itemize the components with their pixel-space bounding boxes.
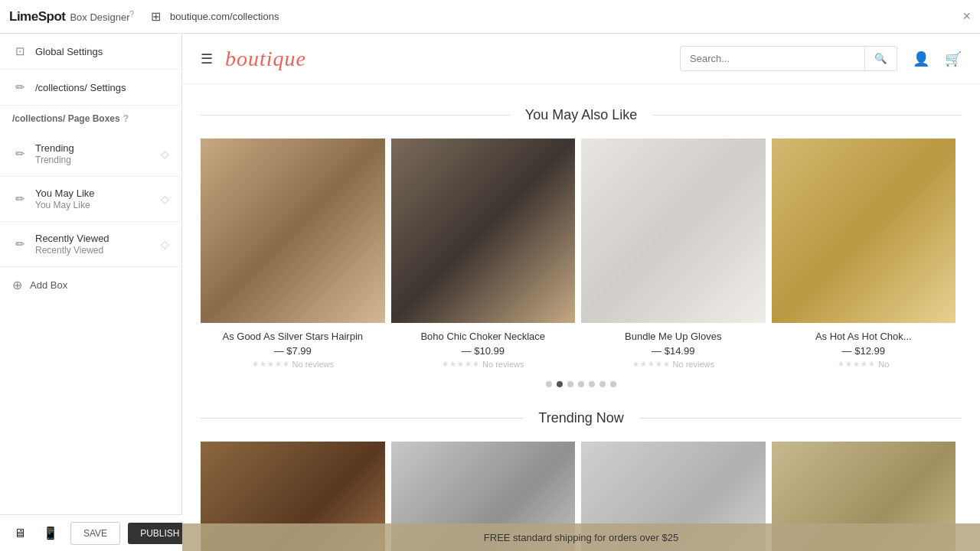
product-image-1 — [201, 139, 385, 323]
close-icon[interactable]: × — [962, 8, 971, 24]
drag-handle-you-may-like[interactable]: ◇ — [161, 193, 169, 205]
trending-line-right — [639, 418, 962, 419]
global-settings-label: Global Settings — [35, 46, 169, 57]
user-icon[interactable]: 👤 — [913, 51, 929, 67]
section-line-right — [652, 115, 962, 116]
add-box-icon: ⊕ — [12, 278, 22, 292]
you-may-like-subtitle: You May Like — [35, 200, 153, 210]
trending-subtitle: Trending — [35, 155, 153, 165]
product-name-4: As Hot As Hot Chok... — [772, 331, 956, 342]
content-area: ☰ boutique 🔍 👤 🛒 You May Also Like As Go… — [182, 34, 980, 551]
sidebar-item-you-may-like[interactable]: ✏ You May Like You May Like ◇ — [0, 177, 181, 222]
product-reviews-1: ★★★★★ No reviews — [201, 360, 385, 369]
product-name-2: Boho Chic Choker Necklace — [391, 331, 576, 342]
trending-now-heading: Trending Now — [201, 410, 962, 426]
section-line-left — [201, 115, 510, 116]
product-price-3: — $14.99 — [581, 345, 766, 357]
collections-settings-icon: ✏ — [12, 80, 28, 94]
carousel-dots — [182, 381, 980, 387]
cart-icon[interactable]: 🛒 — [945, 51, 962, 67]
trending-title: Trending — [35, 142, 153, 154]
sidebar: ⊡ Global Settings ✏ /collections/ Settin… — [0, 34, 182, 551]
sidebar-item-trending[interactable]: ✏ Trending Trending ◇ — [0, 132, 181, 177]
main-layout: ⊡ Global Settings ✏ /collections/ Settin… — [0, 34, 980, 551]
recently-viewed-edit-icon: ✏ — [12, 237, 28, 251]
trending-edit-icon: ✏ — [12, 147, 28, 161]
product-image-4 — [772, 139, 956, 323]
publish-button[interactable]: PUBLISH — [128, 523, 182, 544]
global-settings-icon: ⊡ — [12, 44, 28, 58]
topbar: LimeSpot Box Designer? ⊞ boutique.com/co… — [0, 0, 980, 34]
you-may-like-title: You May Like — [35, 187, 153, 199]
search-button[interactable]: 🔍 — [864, 47, 897, 70]
product-img-placeholder-3 — [581, 139, 766, 323]
add-box-label: Add Box — [30, 279, 67, 291]
product-card-1[interactable]: As Good As Silver Stars Hairpin — $7.99 … — [201, 139, 385, 369]
brand: LimeSpot Box Designer? — [9, 9, 134, 24]
sidebar-item-collections-settings[interactable]: ✏ /collections/ Settings — [0, 70, 181, 106]
carousel-dot-4[interactable] — [578, 381, 584, 387]
product-image-3 — [581, 139, 766, 323]
product-stars-2: ★★★★★ — [442, 360, 479, 368]
product-reviews-2: ★★★★★ No reviews — [391, 360, 576, 369]
desktop-icon[interactable]: 🖥 — [9, 523, 31, 543]
carousel-dot-5[interactable] — [589, 381, 595, 387]
product-card-2[interactable]: Boho Chic Choker Necklace — $10.99 ★★★★★… — [391, 139, 576, 369]
sidebar-item-recently-viewed[interactable]: ✏ Recently Viewed Recently Viewed ◇ — [0, 222, 181, 267]
recently-viewed-title: Recently Viewed — [35, 233, 153, 244]
product-price-1: — $7.99 — [201, 345, 385, 357]
product-reviews-4: ★★★★★ No — [772, 360, 956, 369]
shop-logo: boutique — [225, 47, 306, 71]
grid-icon[interactable]: ⊞ — [151, 9, 161, 24]
bottom-bar: 🖥 📱 SAVE PUBLISH — [0, 514, 182, 551]
product-stars-3: ★★★★★ — [632, 360, 670, 368]
shipping-text: FREE standard shipping for orders over $… — [484, 532, 678, 543]
limespot-logo: LimeSpot — [9, 9, 65, 24]
product-card-4[interactable]: As Hot As Hot Chok... — $12.99 ★★★★★ No — [772, 139, 956, 369]
you-may-also-like-title: You May Also Like — [510, 107, 652, 123]
save-button[interactable]: SAVE — [70, 522, 120, 545]
product-price-4: — $12.99 — [772, 345, 956, 357]
trending-now-title: Trending Now — [523, 410, 639, 426]
drag-handle-trending[interactable]: ◇ — [161, 148, 169, 160]
product-stars-1: ★★★★★ — [252, 360, 289, 368]
product-img-placeholder-4 — [772, 139, 956, 323]
carousel-dot-2[interactable] — [557, 381, 563, 387]
shop-header: ☰ boutique 🔍 👤 🛒 — [182, 34, 980, 84]
hamburger-menu[interactable]: ☰ — [201, 51, 213, 67]
trending-line-left — [201, 418, 523, 419]
help-icon[interactable]: ? — [123, 113, 129, 124]
product-name-3: Bundle Me Up Gloves — [581, 331, 766, 342]
you-may-also-like-heading: You May Also Like — [201, 107, 962, 123]
shipping-banner: FREE standard shipping for orders over $… — [182, 523, 980, 551]
carousel-dot-3[interactable] — [567, 381, 573, 387]
recently-viewed-subtitle: Recently Viewed — [35, 245, 153, 256]
collections-settings-label: /collections/ Settings — [35, 82, 169, 93]
product-stars-4: ★★★★★ — [838, 360, 875, 368]
carousel-dot-6[interactable] — [599, 381, 606, 387]
sidebar-item-global-settings[interactable]: ⊡ Global Settings — [0, 34, 181, 70]
product-img-placeholder-1 — [201, 139, 385, 323]
search-bar: 🔍 — [680, 46, 897, 71]
appname: Box Designer? — [70, 10, 134, 23]
search-input[interactable] — [681, 47, 864, 70]
product-grid-you-may: As Good As Silver Stars Hairpin — $7.99 … — [182, 139, 980, 369]
you-may-like-edit-icon: ✏ — [12, 192, 28, 206]
url-bar[interactable]: boutique.com/collections — [170, 11, 953, 22]
product-card-3[interactable]: Bundle Me Up Gloves — $14.99 ★★★★★ No re… — [581, 139, 766, 369]
carousel-dot-1[interactable] — [546, 381, 552, 387]
drag-handle-recently-viewed[interactable]: ◇ — [161, 238, 169, 250]
product-reviews-3: ★★★★★ No reviews — [581, 360, 766, 369]
product-name-1: As Good As Silver Stars Hairpin — [201, 331, 385, 342]
product-image-2 — [391, 139, 576, 323]
product-img-placeholder-2 — [391, 139, 576, 323]
product-price-2: — $10.99 — [391, 345, 576, 357]
mobile-icon[interactable]: 📱 — [38, 523, 63, 543]
carousel-dot-7[interactable] — [610, 381, 616, 387]
page-boxes-header: /collections/ Page Boxes ? — [0, 106, 181, 132]
add-box-button[interactable]: ⊕ Add Box — [0, 267, 181, 303]
